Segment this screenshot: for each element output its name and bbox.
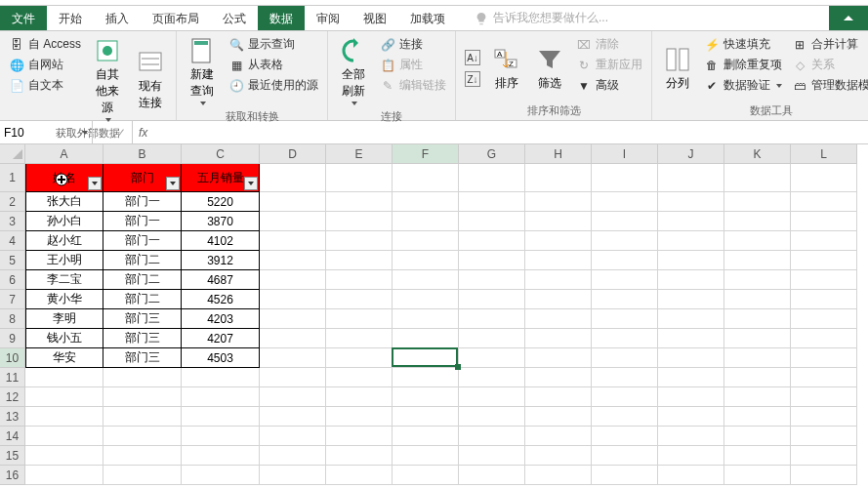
cell-C3[interactable]: 3870	[182, 212, 260, 231]
cell-F5[interactable]	[393, 251, 459, 270]
cell-H13[interactable]	[525, 407, 592, 427]
cell-K2[interactable]	[724, 192, 791, 212]
cell-F15[interactable]	[393, 446, 459, 466]
cell-J6[interactable]	[658, 270, 724, 290]
cell-E12[interactable]	[326, 387, 393, 407]
menu-view[interactable]: 视图	[351, 6, 398, 30]
cell-I4[interactable]	[592, 231, 658, 251]
cell-C9[interactable]: 4207	[182, 329, 260, 348]
flash-fill-button[interactable]: ⚡快速填充	[701, 35, 785, 54]
col-header-E[interactable]: E	[326, 144, 393, 164]
cell-C14[interactable]	[182, 427, 260, 446]
col-header-K[interactable]: K	[724, 144, 791, 164]
cell-L15[interactable]	[791, 446, 857, 466]
cell-J5[interactable]	[658, 251, 724, 270]
cell-B12[interactable]	[103, 387, 182, 407]
cell-I12[interactable]	[592, 387, 658, 407]
filter-dropdown-C[interactable]	[244, 177, 258, 190]
cell-E2[interactable]	[326, 192, 393, 212]
cell-B16[interactable]	[103, 466, 182, 485]
cell-G4[interactable]	[459, 231, 525, 251]
existing-conn-button[interactable]: 现有连接	[131, 35, 170, 124]
cell-A7[interactable]: 黄小华	[25, 290, 103, 309]
cell-J14[interactable]	[658, 427, 724, 446]
cell-K5[interactable]	[724, 251, 791, 270]
cell-G9[interactable]	[459, 329, 525, 348]
row-header-16[interactable]: 16	[0, 466, 25, 485]
cell-F13[interactable]	[393, 407, 459, 427]
cell-C11[interactable]	[182, 368, 260, 387]
ribbon-collapse[interactable]	[829, 6, 868, 30]
cell-B10[interactable]: 部门三	[103, 348, 182, 368]
from-web-button[interactable]: 🌐自网站	[6, 56, 84, 74]
cell-E15[interactable]	[326, 446, 393, 466]
cell-I16[interactable]	[592, 466, 658, 485]
cell-F4[interactable]	[393, 231, 459, 251]
cell-A16[interactable]	[25, 466, 103, 485]
cell-I3[interactable]	[592, 212, 658, 231]
cell-J16[interactable]	[658, 466, 724, 485]
cell-C15[interactable]	[182, 446, 260, 466]
cell-G11[interactable]	[459, 368, 525, 387]
cell-H16[interactable]	[525, 466, 592, 485]
show-queries-button[interactable]: 🔍显示查询	[226, 35, 321, 54]
col-header-C[interactable]: C	[182, 144, 260, 164]
cell-C4[interactable]: 4102	[182, 231, 260, 251]
cell-G14[interactable]	[459, 427, 525, 446]
cell-D12[interactable]	[260, 387, 326, 407]
cell-D7[interactable]	[260, 290, 326, 309]
cell-E10[interactable]	[326, 348, 393, 368]
from-other-button[interactable]: 自其他来源	[88, 35, 127, 124]
cell-K1[interactable]	[724, 164, 791, 192]
cell-G12[interactable]	[459, 387, 525, 407]
cell-C12[interactable]	[182, 387, 260, 407]
cell-D6[interactable]	[260, 270, 326, 290]
cell-B3[interactable]: 部门一	[103, 212, 182, 231]
col-header-B[interactable]: B	[103, 144, 182, 164]
cell-K8[interactable]	[724, 309, 791, 329]
cell-G2[interactable]	[459, 192, 525, 212]
menu-formula[interactable]: 公式	[211, 6, 258, 30]
cell-K14[interactable]	[724, 427, 791, 446]
row-header-8[interactable]: 8	[0, 309, 25, 329]
cell-L11[interactable]	[791, 368, 857, 387]
cell-F6[interactable]	[393, 270, 459, 290]
cell-D15[interactable]	[260, 446, 326, 466]
cell-L10[interactable]	[791, 348, 857, 368]
cell-H11[interactable]	[525, 368, 592, 387]
cell-F7[interactable]	[393, 290, 459, 309]
cell-C13[interactable]	[182, 407, 260, 427]
cell-G15[interactable]	[459, 446, 525, 466]
cell-C2[interactable]: 5220	[182, 192, 260, 212]
cell-K9[interactable]	[724, 329, 791, 348]
clear-filter-button[interactable]: ⌧清除	[573, 35, 645, 54]
cell-G1[interactable]	[459, 164, 525, 192]
cell-G7[interactable]	[459, 290, 525, 309]
connections-button[interactable]: 🔗连接	[377, 35, 449, 54]
row-header-4[interactable]: 4	[0, 231, 25, 251]
cell-C1[interactable]: 五月销量	[182, 164, 260, 192]
cell-E8[interactable]	[326, 309, 393, 329]
cell-D5[interactable]	[260, 251, 326, 270]
cell-G6[interactable]	[459, 270, 525, 290]
cell-B11[interactable]	[103, 368, 182, 387]
cell-B7[interactable]: 部门二	[103, 290, 182, 309]
tell-me[interactable]: 告诉我您想要做什么...	[457, 6, 829, 30]
filter-button[interactable]: 筛选	[530, 35, 569, 102]
col-header-G[interactable]: G	[459, 144, 525, 164]
text-to-columns-button[interactable]: 分列	[658, 35, 697, 102]
col-header-D[interactable]: D	[260, 144, 326, 164]
cell-K10[interactable]	[724, 348, 791, 368]
menu-file[interactable]: 文件	[0, 6, 47, 30]
cell-B2[interactable]: 部门一	[103, 192, 182, 212]
cell-D13[interactable]	[260, 407, 326, 427]
cell-B4[interactable]: 部门一	[103, 231, 182, 251]
cell-H12[interactable]	[525, 387, 592, 407]
cell-J8[interactable]	[658, 309, 724, 329]
cell-A14[interactable]	[25, 427, 103, 446]
cell-I14[interactable]	[592, 427, 658, 446]
cell-L1[interactable]	[791, 164, 857, 192]
cell-E9[interactable]	[326, 329, 393, 348]
menu-addins[interactable]: 加载项	[398, 6, 457, 30]
cell-F2[interactable]	[393, 192, 459, 212]
